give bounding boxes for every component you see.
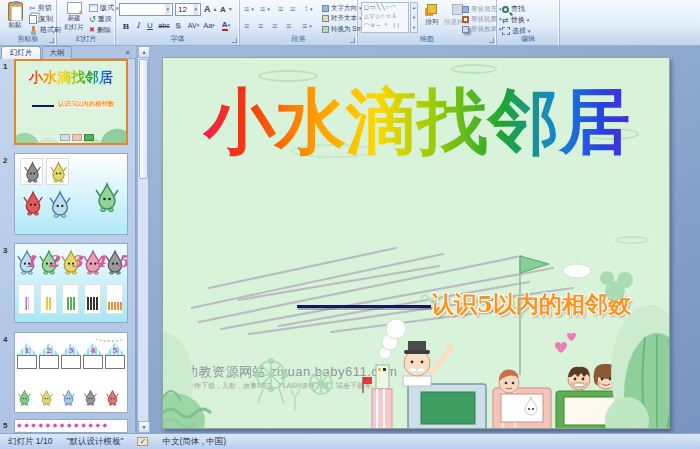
ribbon-group-paragraph: ≡▾ ≡▾ ≡ ≡ ↕▾ ≡ ≡ ≡ ≡ ≡▾ 文字方向 ▾ 对齐文本 ▾ 转换… xyxy=(240,0,358,45)
columns-button[interactable]: ≡▾ xyxy=(302,21,312,31)
bold-button[interactable]: B xyxy=(120,19,132,32)
ribbon-group-drawing: ◻▭╲╲○◠ △▽◇○☆⇩ ◠∪～＾（） ▲ ▼ ▼ 排列 快速样式 形状填充 … xyxy=(358,0,497,45)
align-center-icon: ≡ xyxy=(258,22,263,31)
house: 4 xyxy=(83,343,103,371)
grow-font-button[interactable]: A▲ xyxy=(204,4,217,14)
reset-button[interactable]: ↺ 重设 xyxy=(89,14,112,24)
arrange-button[interactable]: 排列 xyxy=(421,2,443,33)
flower-border: ◆◆◆◆◆◆◆◆◆◆◆◆◆ xyxy=(17,421,110,428)
scrollbar-thumb[interactable] xyxy=(139,59,148,179)
character-spacing-button[interactable]: AV▾ xyxy=(186,19,201,32)
language-indicator[interactable]: 中文(简体 , 中国) xyxy=(162,436,226,448)
font-size-combo[interactable]: 12 ▾ xyxy=(175,3,201,16)
squiggle-doodle xyxy=(421,295,437,303)
group-label-paragraph: 段落 xyxy=(240,34,357,44)
candle-card xyxy=(62,284,79,314)
decrease-indent-button[interactable]: ≡ xyxy=(278,4,283,14)
decrease-indent-icon: ≡ xyxy=(278,5,283,14)
scroll-down-button[interactable]: ▼ xyxy=(138,421,150,433)
font-color-button[interactable]: A▾ xyxy=(218,19,234,32)
slide-thumbnail-5[interactable]: ◆◆◆◆◆◆◆◆◆◆◆◆◆ ◆◆ xyxy=(14,419,128,433)
shapes-scroll[interactable]: ▲ ▼ ▼ xyxy=(410,2,418,33)
house: 2 xyxy=(39,343,59,371)
shapes-gallery[interactable]: ◻▭╲╲○◠ △▽◇○☆⇩ ◠∪～＾（） xyxy=(361,2,409,33)
dialog-launcher-icon[interactable] xyxy=(489,38,494,43)
reset-icon: ↺ xyxy=(89,15,96,24)
cloud-doodle xyxy=(451,64,497,74)
water-drop-icon xyxy=(18,389,31,406)
scroll-up-button[interactable]: ▲ xyxy=(138,46,150,58)
replace-button[interactable]: ⇄ 替换 ▾ xyxy=(502,15,529,25)
water-drop-icon xyxy=(84,389,97,406)
shape-effects-icon xyxy=(462,26,469,33)
arrow-down-icon[interactable]: ▼ xyxy=(411,23,417,33)
ribbon-group-clipboard: 粘贴 ✂ 剪切 复制 格式刷 剪贴板 xyxy=(0,0,57,45)
align-left-button[interactable]: ≡ xyxy=(244,21,249,31)
font-name-combo[interactable]: ▾ xyxy=(119,3,173,16)
slide-canvas[interactable]: 小水滴找邻居 认识5以内的相邻数 幼教资源网站 ziyuan.baby611.c… xyxy=(162,57,670,429)
shape-outline-button[interactable]: 形状轮廓 ▾ xyxy=(462,14,502,24)
columns-icon: ≡ xyxy=(302,22,307,31)
shape-fill-button[interactable]: 形状填充 ▾ xyxy=(462,4,502,14)
shape-outline-icon xyxy=(462,16,469,23)
underline-button[interactable]: U xyxy=(144,19,156,32)
thumb4-doodle xyxy=(95,334,125,342)
text-direction-button[interactable]: 文字方向 ▾ xyxy=(322,3,362,13)
design-template-name: "默认设计模板" xyxy=(66,436,123,448)
water-drop-icon xyxy=(95,182,119,212)
shape-effects-button[interactable]: 形状效果 ▾ xyxy=(462,24,502,34)
increase-indent-button[interactable]: ≡ xyxy=(290,4,295,14)
layout-button[interactable]: 版式 ▾ xyxy=(89,3,119,13)
ribbon: 粘贴 ✂ 剪切 复制 格式刷 剪贴板 新建 幻灯片 xyxy=(0,0,700,46)
text-shadow-button[interactable]: S xyxy=(172,19,184,32)
justify-button[interactable]: ≡ xyxy=(286,21,291,31)
paste-label: 粘贴 xyxy=(9,21,22,30)
slide-title[interactable]: 小水滴找邻居 xyxy=(163,84,670,159)
dialog-launcher-icon[interactable] xyxy=(350,38,355,43)
panel-scrollbar[interactable]: ▲ ▼ xyxy=(137,46,149,433)
change-case-button[interactable]: Aa▾ xyxy=(202,19,216,32)
find-button[interactable]: 查找 xyxy=(502,4,525,14)
dialog-launcher-icon[interactable] xyxy=(49,38,54,43)
arrow-up-icon: ▲ xyxy=(213,7,218,12)
tab-slides[interactable]: 幻灯片 xyxy=(1,46,41,59)
slide-thumbnail-1[interactable]: 小水滴找邻居 认识5以内的相邻数 xyxy=(14,59,128,145)
panel-tabs: 幻灯片 大纲 × xyxy=(0,46,136,59)
close-icon[interactable]: × xyxy=(122,47,133,58)
ribbon-group-font: ▾ 12 ▾ A▲ A▼ B I U abc S AV▾ Aa▾ A▾ 字体 xyxy=(116,0,240,45)
group-label-clipboard: 剪贴板 xyxy=(0,34,56,44)
group-label-slides: 幻灯片 xyxy=(57,34,115,44)
slide-thumbnail-4[interactable]: 1 2 3 4 5 xyxy=(14,332,128,413)
ferris-wheel-doodle xyxy=(255,359,332,411)
chevron-down-icon: ▾ xyxy=(228,23,231,28)
new-slide-button[interactable]: 新建 幻灯片 xyxy=(60,2,88,33)
align-center-button[interactable]: ≡ xyxy=(258,21,263,31)
bullets-button[interactable]: ≡▾ xyxy=(244,4,254,14)
water-drop-icon xyxy=(106,389,119,406)
italic-button[interactable]: I xyxy=(132,19,144,32)
slide-number-1: 1 xyxy=(3,62,13,71)
arrow-up-icon[interactable]: ▲ xyxy=(411,3,417,13)
chevron-down-icon: ▾ xyxy=(197,23,200,28)
cut-button[interactable]: ✂ 剪切 xyxy=(29,3,52,13)
tab-outline[interactable]: 大纲 xyxy=(42,46,72,59)
train-car-conductor xyxy=(403,341,486,429)
arrow-down-icon[interactable]: ▼ xyxy=(411,13,417,23)
numbering-button[interactable]: ≡▾ xyxy=(260,4,270,14)
slide-thumbnail-3[interactable]: 12345 xyxy=(14,243,128,323)
slide-thumbnail-2[interactable] xyxy=(14,153,128,235)
new-slide-icon xyxy=(67,2,82,14)
copy-button[interactable]: 复制 xyxy=(29,14,53,24)
spellcheck-icon[interactable]: ✓ xyxy=(137,437,148,446)
strikethrough-button[interactable]: abc xyxy=(156,19,172,32)
layout-icon xyxy=(89,4,98,12)
shrink-font-button[interactable]: A▼ xyxy=(220,4,233,14)
align-text-button[interactable]: 对齐文本 ▾ xyxy=(322,13,362,23)
find-icon xyxy=(502,6,509,13)
paste-button[interactable]: 粘贴 xyxy=(2,2,28,33)
chimney-smoke xyxy=(363,319,406,429)
dialog-launcher-icon[interactable] xyxy=(232,38,237,43)
align-right-button[interactable]: ≡ xyxy=(272,21,277,31)
line-spacing-button[interactable]: ↕▾ xyxy=(304,4,313,14)
water-drop-icon xyxy=(50,161,67,183)
